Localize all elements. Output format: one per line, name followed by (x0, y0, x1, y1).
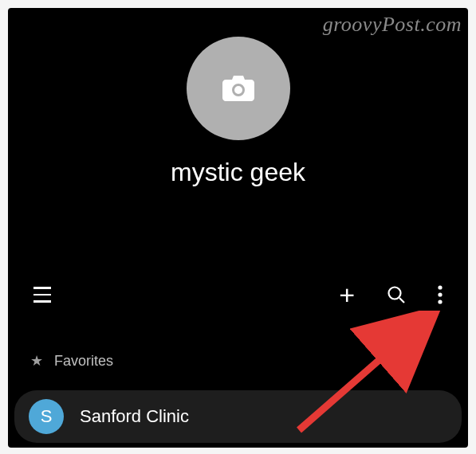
more-options-button[interactable] (435, 282, 446, 307)
toolbar: + (8, 272, 468, 317)
svg-point-4 (438, 299, 442, 303)
add-button[interactable]: + (336, 278, 358, 311)
profile-avatar[interactable] (187, 37, 290, 140)
favorites-header: ★ Favorites (8, 352, 468, 370)
more-vertical-icon (438, 285, 443, 304)
contact-row[interactable]: S Sanford Clinic (14, 390, 462, 443)
hamburger-icon (33, 287, 51, 303)
favorites-label: Favorites (54, 353, 113, 370)
contact-name: Sanford Clinic (80, 406, 189, 427)
svg-line-1 (399, 298, 404, 303)
watermark-text: groovyPost.com (323, 13, 462, 37)
star-icon: ★ (30, 352, 43, 370)
svg-point-0 (389, 288, 401, 299)
plus-icon: + (339, 281, 355, 308)
search-icon (387, 285, 406, 304)
search-button[interactable] (384, 282, 409, 307)
contacts-app-screen: mystic geek + (8, 8, 468, 448)
profile-name: mystic geek (171, 158, 305, 187)
svg-point-2 (438, 285, 442, 289)
contact-avatar: S (29, 399, 64, 434)
menu-button[interactable] (30, 284, 54, 306)
svg-point-3 (438, 292, 442, 296)
camera-icon (222, 76, 254, 101)
